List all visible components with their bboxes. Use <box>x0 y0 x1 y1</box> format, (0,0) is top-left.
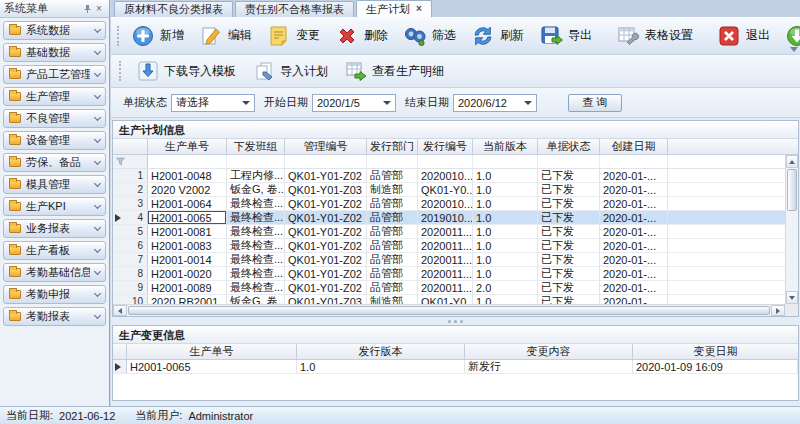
table-cell[interactable]: QK01-Y01-Z02 <box>285 197 367 210</box>
table-cell[interactable]: 1.0 <box>473 211 538 224</box>
table-cell[interactable]: 1.0 <box>297 360 465 373</box>
column-header[interactable]: 发行编号 <box>418 139 473 154</box>
filter-cell[interactable] <box>418 155 473 168</box>
plan-vertical-scrollbar[interactable] <box>785 155 798 304</box>
table-cell[interactable]: 2020010... <box>418 197 473 210</box>
sidebar-item[interactable]: 生产管理 <box>3 87 106 106</box>
table-cell[interactable]: 最终检查... <box>227 197 285 210</box>
column-header[interactable]: 管理编号 <box>285 139 367 154</box>
table-cell[interactable]: 最终检查... <box>227 239 285 252</box>
tab[interactable]: 生产计划× <box>356 0 432 17</box>
table-cell[interactable]: 2020-01-... <box>600 281 668 294</box>
table-cell[interactable]: 2020010... <box>418 169 473 182</box>
plan-horizontal-scrollbar[interactable] <box>113 304 785 316</box>
table-cell[interactable]: 品管部 <box>367 211 418 224</box>
table-cell[interactable]: H2001-0064 <box>148 197 227 210</box>
table-cell[interactable]: 品管部 <box>367 239 418 252</box>
table-cell[interactable]: 1.0 <box>473 197 538 210</box>
table-row[interactable]: 22020 V2002钣金G, 卷...QK01-Y01-Z03制造部QK01-… <box>113 183 798 197</box>
filter-cell[interactable] <box>148 155 227 168</box>
sidebar-item[interactable]: 劳保、备品 <box>3 153 106 172</box>
sidebar-item[interactable]: 基础数据 <box>3 43 106 62</box>
table-cell[interactable]: 2020-01-09 16:09 <box>633 360 798 373</box>
table-cell[interactable]: 已下发 <box>538 267 600 280</box>
table-cell[interactable]: H2001-0020 <box>148 267 227 280</box>
table-cell[interactable]: 2020011... <box>418 239 473 252</box>
plan-grid-filter-row[interactable] <box>113 155 798 169</box>
tab-close-icon[interactable]: × <box>416 4 422 14</box>
table-cell[interactable]: 2020-01-... <box>600 253 668 266</box>
table-cell[interactable]: 2020-01-... <box>600 211 668 224</box>
panel-splitter[interactable] <box>112 317 799 325</box>
vertical-scroll-thumb[interactable] <box>787 169 797 211</box>
table-cell[interactable]: 品管部 <box>367 225 418 238</box>
table-cell[interactable]: 最终检查... <box>227 225 285 238</box>
table-row[interactable]: 8H2001-0020最终检查...QK01-Y01-Z02品管部2020011… <box>113 267 798 281</box>
import-plan-button[interactable]: 导入计划 <box>246 57 335 85</box>
filter-cell[interactable] <box>367 155 418 168</box>
filter-cell[interactable] <box>538 155 600 168</box>
sidebar-item[interactable]: 业务报表 <box>3 219 106 238</box>
table-cell[interactable]: QK01-Y01-Z02 <box>285 211 367 224</box>
column-header[interactable]: 下发班组 <box>227 139 285 154</box>
table-cell[interactable]: 已下发 <box>538 197 600 210</box>
table-cell[interactable]: 2020-01-... <box>600 197 668 210</box>
table-cell[interactable]: 品管部 <box>367 253 418 266</box>
edit-button[interactable]: 编辑 <box>192 21 259 51</box>
column-header[interactable]: 创建日期 <box>600 139 668 154</box>
table-cell[interactable]: QK01-Y01-Z02 <box>285 239 367 252</box>
export-button[interactable]: 导出 <box>532 21 599 51</box>
sidebar-item[interactable]: 模具管理 <box>3 175 106 194</box>
table-cell[interactable]: 最终检查... <box>227 211 285 224</box>
table-cell[interactable]: QK01-Y01-Z02 <box>285 281 367 294</box>
download-template-button[interactable]: 下载导入模板 <box>130 57 243 85</box>
table-cell[interactable]: 1.0 <box>473 253 538 266</box>
grid-settings-button[interactable]: 表格设置 <box>609 21 700 51</box>
table-cell[interactable]: 品管部 <box>367 267 418 280</box>
column-header[interactable]: 变更日期 <box>633 344 798 359</box>
table-cell[interactable]: 品管部 <box>367 169 418 182</box>
table-cell[interactable]: H2001-0081 <box>148 225 227 238</box>
table-cell[interactable]: QK01-Y01-Z02 <box>285 267 367 280</box>
table-cell[interactable]: QK01-Y01-Z03 <box>285 183 367 196</box>
toolbar-overflow-icon[interactable] <box>790 47 798 52</box>
table-cell[interactable]: 工程内修... <box>227 169 285 182</box>
scroll-left-icon[interactable] <box>113 305 127 316</box>
table-cell[interactable]: 已下发 <box>538 211 600 224</box>
search-button[interactable]: 查 询 <box>568 94 622 112</box>
table-row[interactable]: 7H2001-0014最终检查...QK01-Y01-Z02品管部2020011… <box>113 253 798 267</box>
refresh-button[interactable]: 刷新 <box>464 21 531 51</box>
filter-button[interactable]: 筛选 <box>396 21 463 51</box>
table-cell[interactable]: H2001-0048 <box>148 169 227 182</box>
table-cell[interactable]: 1.0 <box>473 225 538 238</box>
end-date-picker[interactable]: 2020/6/12 <box>453 94 537 112</box>
pin-icon[interactable] <box>81 3 93 15</box>
view-detail-button[interactable]: 查看生产明细 <box>338 57 451 85</box>
sidebar-item[interactable]: 不良管理 <box>3 109 106 128</box>
tab[interactable]: 原材料不良分类报表 <box>114 1 233 17</box>
table-cell[interactable]: 最终检查... <box>227 281 285 294</box>
table-cell[interactable]: H2001-0065 <box>127 360 297 373</box>
table-cell[interactable]: 2020-01-... <box>600 239 668 252</box>
table-cell[interactable]: 新发行 <box>465 360 633 373</box>
table-cell[interactable]: H2001-0089 <box>148 281 227 294</box>
table-cell[interactable]: 最终检查... <box>227 267 285 280</box>
table-cell[interactable]: 钣金G, 卷... <box>227 183 285 196</box>
table-cell[interactable]: 已下发 <box>538 169 600 182</box>
sidebar-item[interactable]: 系统数据 <box>3 21 106 40</box>
table-cell[interactable]: QK01-Y01-Z02 <box>285 169 367 182</box>
table-cell[interactable]: 2020011... <box>418 267 473 280</box>
table-cell[interactable]: 已下发 <box>538 239 600 252</box>
filter-cell[interactable] <box>227 155 285 168</box>
sidebar-item[interactable]: 生产看板 <box>3 241 106 260</box>
table-row[interactable]: H2001-00651.0新发行2020-01-09 16:09 <box>113 360 798 374</box>
table-row[interactable]: 3H2001-0064最终检查...QK01-Y01-Z02品管部2020010… <box>113 197 798 211</box>
table-cell[interactable]: 2020-01-... <box>600 169 668 182</box>
table-cell[interactable]: 2020-01-... <box>600 183 668 196</box>
table-cell[interactable]: 已下发 <box>538 225 600 238</box>
table-cell[interactable]: 制造部 <box>367 183 418 196</box>
table-cell[interactable]: 已下发 <box>538 281 600 294</box>
table-cell[interactable]: 1.0 <box>473 169 538 182</box>
status-filter-combo[interactable]: 请选择 <box>171 94 255 112</box>
add-button[interactable]: 新增 <box>124 21 191 51</box>
